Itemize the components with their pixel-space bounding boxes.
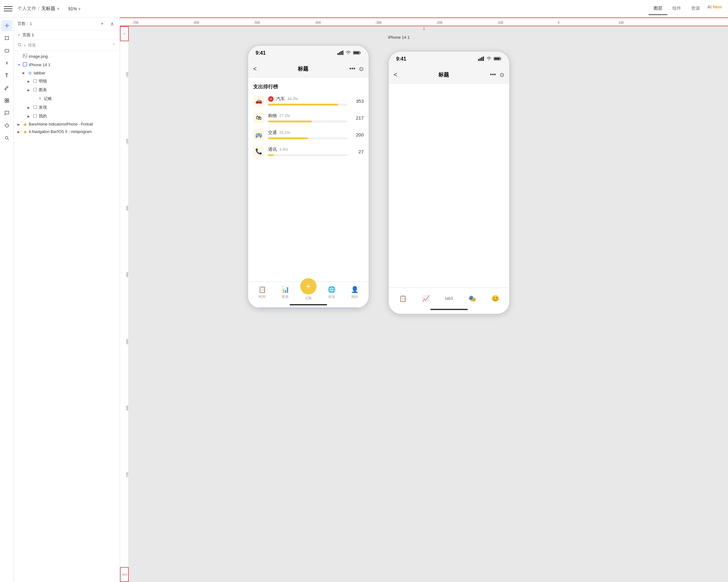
toolbar-pen-icon[interactable] (1, 57, 12, 69)
layer-item-tabbar[interactable]: ▶ ⊞ tabbar (14, 69, 120, 77)
right-nav-back-icon[interactable]: < (394, 71, 397, 78)
page-item-1[interactable]: ✓ 页面 1 (14, 30, 120, 40)
section-title: 支出排行榜 (253, 84, 364, 90)
right-nav-circle-icon[interactable]: ⊙ (500, 72, 504, 78)
layer-item-tubiao[interactable]: ▶ 图表 (14, 86, 120, 94)
layer-item-nav-bar[interactable]: ▶ ◆ 4.Navigation Bar/IOS X - miniprogram (14, 128, 120, 136)
tabbar-chevron[interactable]: ▶ (23, 71, 26, 75)
main-layout: T (0, 18, 728, 582)
frame-icon-faxian (32, 105, 37, 110)
page-label: 页面 1 (23, 32, 34, 38)
toolbar-paint-icon[interactable] (1, 82, 12, 94)
ruler-corner-top: 0 (120, 26, 129, 41)
toolbar-frame-icon[interactable] (1, 32, 12, 44)
toolbar-search-icon[interactable] (1, 132, 12, 144)
ruler-corner-bottom: -810 (120, 567, 129, 582)
toolbar-text-icon[interactable]: T (1, 70, 12, 81)
tab-add-button[interactable]: + (300, 278, 316, 295)
svg-rect-26 (33, 114, 36, 117)
right-nav-more-icon[interactable]: ••• (490, 72, 496, 78)
expense-name-transport: 交通 (268, 130, 277, 136)
toolbar-component-icon[interactable] (1, 95, 12, 106)
expense-percent-shopping: 27.2% (279, 114, 290, 118)
svg-rect-30 (342, 51, 343, 55)
expense-item-shopping: 🛍 购物 27.2% 217 (253, 112, 364, 123)
corner-top-value: 0 (124, 32, 125, 35)
menu-button[interactable] (4, 4, 12, 13)
layer-item-faxian[interactable]: ▶ 发现 (14, 103, 120, 112)
iphone14-chevron[interactable]: ▼ (18, 63, 21, 66)
tab-ai-new[interactable]: AI New (705, 2, 724, 15)
page-count-label: 页数：1 (18, 21, 32, 27)
layer-item-bars-home[interactable]: ▶ ◆ Bars/Home Indicators/iPhone - Portra… (14, 120, 120, 128)
tab-icon-time: 📋 (258, 286, 266, 293)
layer-item-iphone14[interactable]: ▼ iPhone 14 1 (14, 61, 120, 69)
ruler-label-200: -200 (436, 21, 442, 24)
ruler-v-300: -300 (126, 206, 129, 212)
expense-amount-car: 353 (351, 99, 364, 104)
nav-title: 标题 (298, 65, 308, 73)
layer-name-tubiao: 图表 (39, 87, 47, 93)
right-tab-item-jizhan[interactable]: tab3 (440, 296, 458, 301)
tab-label-chart: 图表 (282, 295, 289, 299)
add-page-button[interactable]: + (98, 20, 106, 27)
mingxi-chevron[interactable]: ▶ (27, 80, 31, 83)
layer-item-mingxi[interactable]: ▶ 明细 (14, 77, 120, 86)
layer-item-image-png[interactable]: image.png (14, 52, 120, 61)
nav-icons: ••• ⊙ (349, 65, 364, 73)
toolbar-plugins-icon[interactable] (1, 120, 12, 131)
right-tab-item-2[interactable]: 📈 (416, 295, 435, 302)
expense-bar-comm (268, 154, 274, 156)
nav-circle-icon[interactable]: ⊙ (359, 65, 364, 73)
ruler-label-300: -300 (375, 21, 382, 24)
nav-more-icon[interactable]: ••• (349, 65, 355, 73)
svg-rect-7 (5, 99, 6, 100)
tab-item-mine[interactable]: 👤 我的 (346, 286, 363, 299)
expense-badge-car (268, 96, 274, 102)
layer-item-wode[interactable]: ▶ 我的 (14, 112, 120, 120)
tab-item-chart[interactable]: 📊 图表 (277, 286, 293, 299)
frame-icon-wode (32, 114, 37, 119)
wode-chevron[interactable]: ▶ (27, 115, 31, 118)
zoom-control[interactable]: 91% ∨ (68, 6, 81, 11)
zoom-level: 91% (68, 6, 77, 11)
expense-name-shopping: 购物 (268, 113, 277, 119)
expense-item-car: 🚗 汽车 44.3% (253, 95, 364, 107)
toolbar-comment-icon[interactable] (1, 107, 12, 119)
svg-rect-29 (341, 51, 342, 55)
frame-icon (23, 62, 27, 67)
tubiao-chevron[interactable]: ▶ (27, 88, 31, 92)
tab-item-time[interactable]: 📋 时间 (254, 286, 270, 299)
bars-home-chevron[interactable]: ▶ (18, 123, 21, 126)
expense-icon-shopping: 🛍 (253, 112, 264, 123)
faxian-chevron[interactable]: ▶ (27, 106, 31, 109)
collapse-panel-button[interactable]: ∧ (108, 20, 116, 27)
expense-amount-comm: 27 (351, 149, 364, 154)
tab-label-jizhan: 记账 (305, 296, 312, 300)
tab-assets[interactable]: 资源 (686, 2, 705, 15)
nav-bar-chevron[interactable]: ▶ (18, 130, 21, 134)
svg-rect-28 (339, 52, 340, 55)
nav-back-icon[interactable]: < (253, 65, 257, 73)
tab-components[interactable]: 组件 (667, 2, 686, 15)
svg-rect-39 (483, 57, 484, 61)
layer-name-wode: 我的 (39, 113, 47, 119)
tab-item-add[interactable]: + 记账 (300, 284, 316, 300)
home-indicator (290, 304, 327, 305)
toolbar-rectangle-icon[interactable] (1, 45, 12, 56)
toolbar-move-icon[interactable] (1, 20, 12, 31)
top-tabs: 图层 组件 资源 AI New (649, 2, 724, 15)
tab-icon-mine: 👤 (351, 286, 359, 293)
breadcrumb-chevron-icon[interactable]: ▾ (57, 6, 59, 11)
right-tab-item-4[interactable]: 🎭 (463, 295, 482, 302)
tab-item-discover[interactable]: 🌐 发现 (323, 286, 340, 299)
tab-layers[interactable]: 图层 (649, 2, 667, 15)
search-input[interactable]: 搜索 (28, 43, 110, 48)
ruler-top: -700 -600 -500 -400 -300 -200 -100 0 100 (120, 18, 728, 26)
right-tab-item-5[interactable]: 😊 (486, 295, 504, 302)
expense-icon-comm: 📞 (253, 146, 264, 157)
svg-rect-37 (479, 58, 481, 61)
right-tab-item-1[interactable]: 📋 (393, 295, 412, 302)
search-collapse-icon[interactable]: ⌃ (112, 43, 116, 48)
layer-item-jizhan[interactable]: T 记账 (14, 94, 120, 103)
